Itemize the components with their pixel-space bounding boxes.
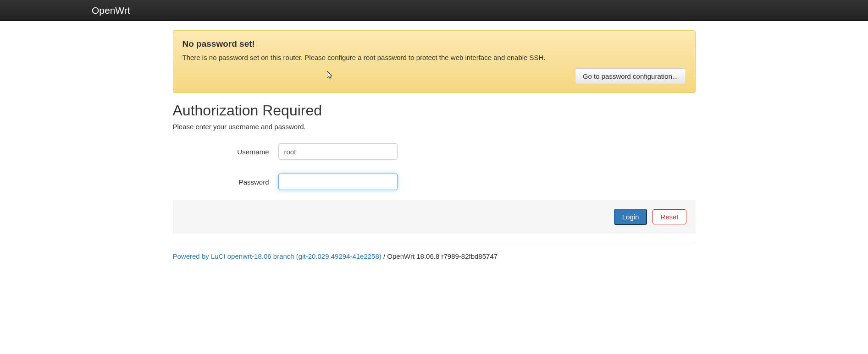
navbar: OpenWrt [0, 0, 868, 21]
divider [173, 243, 696, 243]
form-actions: Login Reset [173, 200, 696, 234]
main-container: No password set! There is no password se… [166, 30, 702, 260]
footer-separator: / [381, 252, 387, 260]
no-password-alert: No password set! There is no password se… [173, 30, 696, 93]
page-heading: Authorization Required [173, 102, 696, 119]
username-row: Username [173, 140, 696, 160]
password-label: Password [173, 178, 278, 186]
page-prompt: Please enter your username and password. [173, 123, 696, 131]
reset-button[interactable]: Reset [652, 209, 686, 224]
username-input[interactable] [278, 143, 398, 160]
alert-message: There is no password set on this router.… [182, 54, 686, 61]
footer-link[interactable]: Powered by LuCI openwrt-18.06 branch (gi… [173, 252, 381, 260]
username-label: Username [173, 148, 278, 156]
footer-version: OpenWrt 18.06.8 r7989-82fbd85747 [387, 252, 498, 260]
brand-link[interactable]: OpenWrt [92, 5, 130, 16]
login-button[interactable]: Login [614, 209, 647, 225]
password-row: Password [173, 170, 696, 190]
password-input[interactable] [278, 174, 398, 190]
footer: Powered by LuCI openwrt-18.06 branch (gi… [173, 252, 696, 260]
goto-password-config-button[interactable]: Go to password configuration... [575, 68, 686, 84]
alert-title: No password set! [182, 39, 686, 49]
